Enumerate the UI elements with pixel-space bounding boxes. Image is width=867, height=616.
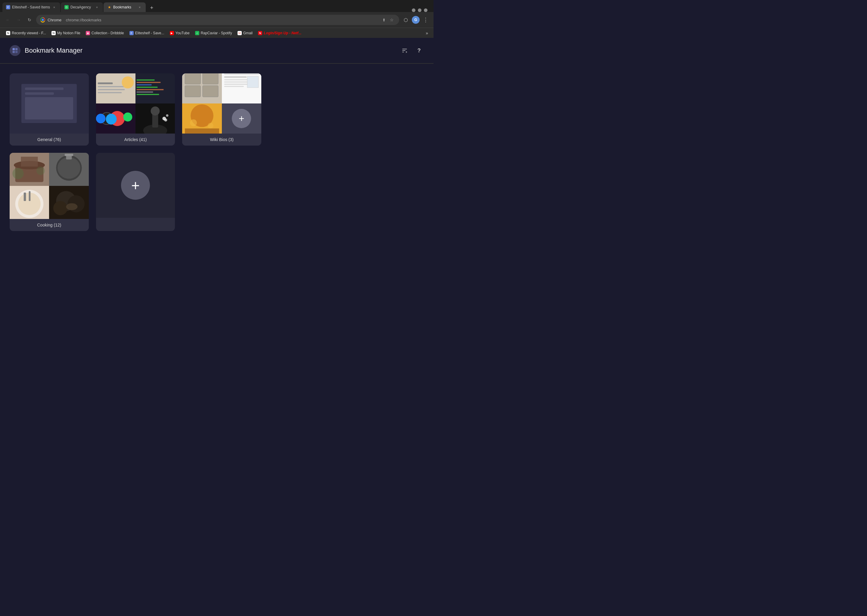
general-placeholder <box>9 73 89 134</box>
svg-rect-3 <box>15 51 17 53</box>
tab-close-bookmarks[interactable]: × <box>137 5 142 9</box>
svg-rect-0 <box>13 48 15 50</box>
folder-general-label: General (76) <box>9 134 89 146</box>
maximize-button[interactable]: □ <box>418 8 421 12</box>
tab-close-deca[interactable]: × <box>95 5 99 9</box>
bookmark-dribbble[interactable]: ◉ Collection - Dribbble <box>84 30 126 36</box>
bookmark-favicon-7: N <box>258 31 262 35</box>
wiki-cell-tl <box>182 73 222 104</box>
address-icons: ⬆ ☆ <box>380 17 395 23</box>
tab-title-bookmarks: Bookmarks <box>113 5 136 9</box>
toolbar-right: ⬡ G ⋮ <box>402 16 430 24</box>
new-tab-button[interactable]: + <box>148 4 156 12</box>
tab-favicon-bookmarks: ★ <box>107 5 111 9</box>
bookmark-label-3: Eliteshelf - Save... <box>135 31 164 35</box>
page-title: Bookmark Manager <box>25 47 82 55</box>
bookmark-favicon-2: ◉ <box>86 31 90 35</box>
tab-close-eliteshelf[interactable]: × <box>52 5 57 9</box>
tab-bar: E Eliteshelf - Saved Items × D DecaAgenc… <box>0 0 434 12</box>
svg-rect-1 <box>15 48 17 50</box>
bookmark-manager-logo <box>9 45 20 56</box>
folder-cooking-label: Cooking (12) <box>9 219 89 231</box>
svg-rect-2 <box>13 51 15 53</box>
header-actions: ? <box>400 46 424 55</box>
cooking-preview-grid <box>9 153 89 219</box>
bookmark-spotify[interactable]: ♫ RapCaviar - Spotify <box>193 30 235 36</box>
bookmark-logo-svg <box>12 47 18 54</box>
bookmark-favicon-1: N <box>52 31 56 35</box>
bookmark-label-1: My Notion File <box>57 31 80 35</box>
bookmark-netflix[interactable]: N Login/Sign Up - Netf... <box>255 30 304 36</box>
placeholder-bar-1 <box>25 88 63 90</box>
articles-cell-tr <box>136 73 175 104</box>
articles-preview-grid <box>96 73 175 134</box>
address-bar[interactable]: Chrome chrome://bookmarks ⬆ ☆ <box>36 15 399 25</box>
folder-cooking-preview <box>9 153 89 219</box>
refresh-button[interactable]: ↻ <box>25 16 34 24</box>
folder-general-preview <box>9 73 89 134</box>
sort-icon <box>402 47 408 53</box>
bookmarks-bar: N Recently viewed - F... N My Notion Fil… <box>0 28 434 38</box>
close-button[interactable]: × <box>424 8 427 12</box>
share-icon[interactable]: ⬆ <box>380 17 387 23</box>
folder-wiki-label: Wiki Bios (3) <box>182 134 261 146</box>
extensions-icon[interactable]: ⬡ <box>402 16 410 24</box>
minimize-button[interactable]: ─ <box>412 8 415 12</box>
tab-deca[interactable]: D DecaAgency × <box>61 2 103 12</box>
address-label: Chrome <box>47 18 61 22</box>
bookmark-favicon-5: ♫ <box>195 31 199 35</box>
new-folder-plus: + <box>121 171 150 200</box>
cooking-cell-bl <box>9 186 49 219</box>
tab-favicon-eliteshelf: E <box>6 5 10 9</box>
bookmark-favicon-6: M <box>238 31 242 35</box>
address-bar-row: ← → ↻ Chrome chrome://bookmarks ⬆ ☆ ⬡ G … <box>0 12 434 28</box>
bookmark-favicon-3: E <box>129 31 134 35</box>
bookmark-label-2: Collection - Dribbble <box>91 31 124 35</box>
address-favicon <box>40 17 45 22</box>
new-folder-preview: + <box>96 153 175 218</box>
folder-general[interactable]: General (76) <box>9 73 89 146</box>
bookmark-label-4: YouTube <box>175 31 190 35</box>
chrome-menu-icon[interactable]: ⋮ <box>421 16 430 24</box>
back-button[interactable]: ← <box>4 16 12 24</box>
help-button[interactable]: ? <box>414 46 424 55</box>
placeholder-bar-2 <box>25 92 54 95</box>
bookmark-label-0: Recently viewed - F... <box>12 31 46 35</box>
bookmark-recently-viewed[interactable]: N Recently viewed - F... <box>4 30 49 36</box>
address-text: Chrome chrome://bookmarks <box>47 18 378 22</box>
new-folder-label <box>96 218 175 231</box>
bookmark-label-5: RapCaviar - Spotify <box>201 31 232 35</box>
bookmark-eliteshelf[interactable]: E Eliteshelf - Save... <box>127 30 167 36</box>
address-url: chrome://bookmarks <box>66 18 101 22</box>
forward-button[interactable]: → <box>14 16 23 24</box>
tab-eliteshelf[interactable]: E Eliteshelf - Saved Items × <box>2 2 60 12</box>
folder-cooking[interactable]: Cooking (12) <box>9 153 89 231</box>
bookmark-youtube[interactable]: ▶ YouTube <box>167 30 192 36</box>
articles-cell-bl <box>96 104 136 134</box>
folder-articles[interactable]: Articles (41) <box>96 73 175 146</box>
new-folder-card[interactable]: + <box>96 153 175 231</box>
cooking-cell-br <box>49 186 88 219</box>
cooking-cell-tl <box>9 153 49 186</box>
bookmark-label-7: Login/Sign Up - Netf... <box>264 31 301 35</box>
articles-cell-tl <box>96 73 136 104</box>
bookmark-label-6: Gmail <box>243 31 252 35</box>
bookmark-favicon-0: N <box>6 31 10 35</box>
bookmark-manager-header: Bookmark Manager ? <box>0 38 434 63</box>
bookmark-notion[interactable]: N My Notion File <box>49 30 83 36</box>
folder-grid: General (76) Articles (41) <box>0 64 271 240</box>
tab-title-deca: DecaAgency <box>71 5 93 9</box>
tab-bookmarks[interactable]: ★ Bookmarks × <box>104 2 146 12</box>
placeholder-block <box>25 97 73 119</box>
bookmark-star-icon[interactable]: ☆ <box>388 17 395 23</box>
bookmarks-more-button[interactable]: » <box>424 30 430 37</box>
folder-wiki[interactable]: + Wiki Bios (3) <box>182 73 261 146</box>
cooking-cell-tr <box>49 153 88 186</box>
wiki-cell-br-plus: + <box>222 104 261 134</box>
folder-wiki-preview: + <box>182 73 261 134</box>
profile-avatar[interactable]: G <box>412 16 420 24</box>
bookmark-gmail[interactable]: M Gmail <box>235 30 255 36</box>
sort-button[interactable] <box>400 46 410 55</box>
wiki-plus-circle: + <box>232 109 251 128</box>
wiki-cell-bl <box>182 104 222 134</box>
